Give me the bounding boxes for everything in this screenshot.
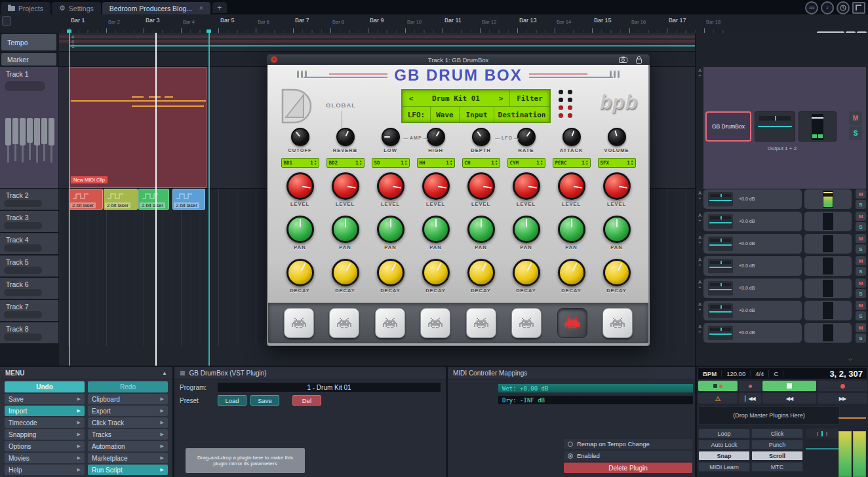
track-name-pill[interactable]: [4, 334, 42, 341]
toggle-loop[interactable]: Loop: [698, 429, 750, 438]
midi-clip[interactable]: New MIDI Clip: [69, 67, 207, 188]
track-control-row-8[interactable]: A++0.0 dBMS: [703, 322, 866, 344]
level-knob[interactable]: [467, 172, 495, 200]
pan-knob[interactable]: [377, 216, 404, 243]
drum-pad-4[interactable]: [420, 308, 450, 338]
solo-button[interactable]: S: [856, 267, 866, 276]
track-1-plugin-box[interactable]: GB DrumBox: [705, 111, 751, 142]
preset-save-button[interactable]: Save: [250, 395, 279, 406]
pan-widget[interactable]: [708, 214, 733, 229]
dry-level-slider[interactable]: Dry: -INF dB: [498, 396, 693, 404]
cpu-knob-icon[interactable]: 100: [805, 1, 818, 14]
pan-widget[interactable]: [708, 303, 733, 318]
pan-knob[interactable]: [332, 216, 359, 243]
automation-marker[interactable]: A+: [697, 191, 703, 202]
key-value[interactable]: C: [769, 370, 783, 377]
low-knob[interactable]: [382, 128, 400, 146]
audio-clip-1[interactable]: 2-bit laser: [69, 189, 103, 210]
track-control-row-5[interactable]: A++0.0 dBMS: [703, 256, 866, 277]
marker-lane-header[interactable]: Marker: [1, 53, 56, 66]
selector-spinner-icon[interactable]: ▲▼: [586, 160, 588, 166]
cutoff-knob[interactable]: [291, 128, 309, 146]
automation-marker[interactable]: A+: [697, 280, 703, 291]
pan-knob[interactable]: [513, 216, 540, 243]
enabled-option[interactable]: Enabled: [564, 451, 692, 461]
audio-clip-3[interactable]: 2-bit laser: [138, 189, 169, 210]
level-knob[interactable]: [513, 172, 540, 200]
toggle-mtc[interactable]: MTC: [751, 462, 803, 472]
menu-item-timecode[interactable]: Timecode▶: [5, 417, 85, 428]
toggle-auto-lock[interactable]: Auto Lock: [698, 440, 750, 449]
tempo-curve[interactable]: [69, 45, 695, 47]
track-header-7[interactable]: Track 7: [0, 300, 58, 322]
track-header-1[interactable]: Track 1: [0, 67, 58, 189]
drum-pad-8[interactable]: [602, 308, 633, 338]
automation-marker[interactable]: A+: [697, 68, 703, 79]
record-arm-button[interactable]: [739, 381, 761, 391]
preset-load-button[interactable]: Load: [218, 395, 247, 406]
volume-knob[interactable]: [608, 128, 626, 146]
kit-next-button[interactable]: >: [492, 90, 509, 106]
undo-button[interactable]: Undo: [5, 381, 85, 392]
level-knob[interactable]: [286, 172, 314, 200]
pan-widget[interactable]: [708, 281, 733, 296]
menu-item-options[interactable]: Options▶: [5, 441, 85, 451]
level-knob[interactable]: [558, 172, 585, 200]
volume-pan-box[interactable]: +0.0 dB: [703, 189, 802, 209]
track-control-row-4[interactable]: A++0.0 dBMS: [703, 233, 866, 255]
piano-keys-icon[interactable]: [4, 118, 52, 183]
track-header-4[interactable]: Track 4: [0, 233, 58, 255]
tab-settings[interactable]: ⚙Settings: [52, 2, 101, 14]
tempo-lane-header[interactable]: Tempo: [1, 34, 56, 50]
pan-widget[interactable]: [708, 326, 733, 340]
track-name-pill[interactable]: [4, 289, 42, 296]
new-tab-button[interactable]: +: [212, 2, 227, 13]
loop-range-widget[interactable]: [806, 429, 838, 438]
menu-item-save[interactable]: Save▶: [5, 394, 85, 404]
selector-spinner-icon[interactable]: ▲▼: [315, 160, 317, 166]
plugin-window-titlebar[interactable]: × Track 1: GB DrumBox: [267, 54, 650, 65]
channel-selector-bd2[interactable]: BD21▲▼: [326, 158, 365, 168]
menu-item-click-track[interactable]: Click Track▶: [88, 417, 168, 428]
depth-knob[interactable]: [472, 128, 490, 146]
attack-knob[interactable]: [562, 128, 581, 146]
lfo-destination-button[interactable]: Destination: [494, 107, 549, 123]
tab-projects[interactable]: Projects: [1, 2, 50, 14]
mute-button[interactable]: M: [856, 256, 866, 265]
count-knob-icon[interactable]: 2: [821, 1, 834, 14]
mute-button[interactable]: M: [856, 301, 866, 310]
automation-marker[interactable]: A+: [697, 213, 703, 224]
menu-item-import[interactable]: Import▶: [5, 406, 85, 416]
menu-item-marketplace[interactable]: Marketplace▶: [88, 453, 168, 463]
menu-item-clipboard[interactable]: Clipboard▶: [88, 394, 168, 404]
channel-selector-cym[interactable]: CYM1▲▼: [507, 158, 545, 168]
menu-item-help[interactable]: Help▶: [5, 465, 85, 475]
channel-selector-bd1[interactable]: BD11▲▼: [281, 158, 319, 168]
track-header-3[interactable]: Track 3: [0, 211, 58, 233]
channel-selector-perc[interactable]: PERC1▲▼: [553, 158, 591, 168]
decay-knob[interactable]: [422, 259, 450, 286]
mute-button[interactable]: M: [856, 189, 866, 199]
channel-selector-sd[interactable]: SD1▲▼: [372, 158, 410, 168]
selector-spinner-icon[interactable]: ▲▼: [496, 160, 498, 166]
master-fader-line[interactable]: [806, 448, 838, 449]
track-control-row-2[interactable]: A++0.0 dBMS: [703, 189, 866, 210]
pan-knob[interactable]: [558, 216, 585, 243]
filter-mode-button[interactable]: Filter: [510, 90, 549, 106]
menu-item-tracks[interactable]: Tracks▶: [88, 429, 168, 440]
solo-button[interactable]: S: [856, 222, 866, 231]
lfo-input-button[interactable]: Input: [460, 107, 494, 123]
pan-knob[interactable]: [603, 216, 631, 243]
volume-pan-box[interactable]: +0.0 dB: [703, 212, 802, 231]
automation-marker[interactable]: A+: [697, 324, 703, 335]
decay-knob[interactable]: [603, 259, 631, 286]
record-button[interactable]: [818, 381, 867, 391]
warning-button[interactable]: ⚠: [698, 393, 738, 404]
level-knob[interactable]: [603, 172, 631, 200]
drum-pad-6[interactable]: [511, 308, 542, 338]
screen-icon[interactable]: [852, 2, 865, 14]
toggle-snap[interactable]: Snap: [698, 451, 750, 461]
solo-button[interactable]: S: [856, 289, 866, 298]
bpm-value[interactable]: 120.00: [722, 370, 751, 377]
track-header-2[interactable]: Track 2: [0, 189, 58, 210]
